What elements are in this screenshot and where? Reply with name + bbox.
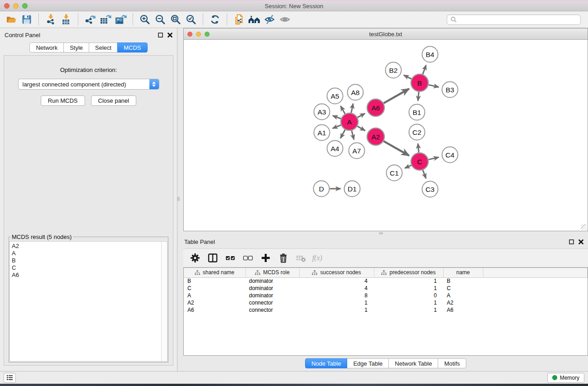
close-panel-icon[interactable]: [167, 33, 172, 38]
cell-shared-name[interactable]: A: [184, 292, 245, 299]
memory-button[interactable]: Memory: [547, 373, 584, 383]
table-row[interactable]: A2connector11A2: [184, 299, 588, 306]
cell-successor-nodes[interactable]: 1: [299, 299, 374, 306]
graph-node-A5[interactable]: A5: [327, 88, 343, 104]
column-header-name[interactable]: name: [443, 268, 483, 277]
graph-edge-A2-C[interactable]: [383, 141, 409, 156]
cell-successor-nodes[interactable]: 1: [299, 306, 374, 314]
export-network-icon[interactable]: [82, 13, 98, 26]
hide-selected-icon[interactable]: [262, 13, 277, 26]
delete-table-icon[interactable]: [294, 251, 308, 265]
graph-edge-C-C3[interactable]: [423, 170, 426, 178]
window-resize-grip[interactable]: [581, 224, 587, 230]
graph-edge-A-A1[interactable]: [333, 125, 341, 128]
graph-edge-A-A3[interactable]: [333, 116, 341, 119]
column-header-mcds-role[interactable]: MCDS role: [245, 268, 299, 277]
graph-node-A8[interactable]: A8: [348, 85, 363, 100]
graph-edge-A-A8[interactable]: [351, 104, 353, 113]
graph-node-C1[interactable]: C1: [387, 165, 402, 181]
cell-predecessor-nodes[interactable]: 1: [374, 277, 443, 285]
graph-node-B2[interactable]: B2: [386, 62, 402, 78]
cell-successor-nodes[interactable]: 4: [299, 285, 374, 292]
network-window-titlebar[interactable]: testGlobe.txt: [184, 29, 588, 40]
cell-shared-name[interactable]: C: [184, 285, 245, 292]
cell-successor-nodes[interactable]: 8: [299, 292, 374, 299]
graph-node-B1[interactable]: B1: [409, 105, 425, 120]
cell-mcds-role[interactable]: dominator: [245, 277, 299, 285]
cell-predecessor-nodes[interactable]: 1: [374, 306, 443, 314]
tab-style[interactable]: Style: [63, 43, 89, 52]
graph-node-A7[interactable]: A7: [349, 143, 365, 159]
open-file-icon[interactable]: [4, 13, 19, 26]
table-settings-icon[interactable]: [188, 251, 202, 265]
graph-node-A2[interactable]: A2: [367, 128, 384, 145]
column-header-successor-nodes[interactable]: successor nodes: [299, 268, 374, 277]
graph-node-A4[interactable]: A4: [327, 141, 343, 157]
tab-network-table[interactable]: Network Table: [388, 358, 438, 368]
graph-node-C3[interactable]: C3: [422, 181, 438, 197]
graph-node-A3[interactable]: A3: [314, 104, 330, 120]
zoom-fit-icon[interactable]: [168, 13, 183, 26]
graph-node-C2[interactable]: C2: [409, 124, 425, 140]
cell-successor-nodes[interactable]: 4: [299, 277, 374, 285]
zoom-out-icon[interactable]: [153, 13, 168, 26]
search-field[interactable]: [447, 14, 581, 25]
cell-name[interactable]: A6: [443, 306, 483, 314]
export-table-icon[interactable]: [98, 13, 113, 26]
cell-shared-name[interactable]: B: [184, 277, 245, 285]
graph-node-C[interactable]: C: [411, 153, 428, 170]
search-input[interactable]: [457, 16, 577, 23]
cell-predecessor-nodes[interactable]: 0: [374, 292, 443, 299]
close-panel-button[interactable]: Close panel: [91, 95, 137, 106]
zoom-in-icon[interactable]: [137, 13, 153, 26]
cell-mcds-role[interactable]: dominator: [245, 285, 299, 292]
graph-edge-C-C1[interactable]: [405, 165, 411, 168]
graph-edge-B-B4[interactable]: [423, 65, 426, 74]
mcds-result-item[interactable]: A: [12, 250, 159, 257]
graph-edge-A-A7[interactable]: [352, 130, 354, 139]
function-builder-icon[interactable]: f(x): [311, 251, 326, 265]
tab-node-table[interactable]: Node Table: [305, 358, 348, 368]
graph-node-B4[interactable]: B4: [422, 47, 438, 62]
export-image-icon[interactable]: [113, 13, 129, 26]
column-header-predecessor-nodes[interactable]: predecessor nodes: [374, 268, 443, 277]
cell-name[interactable]: A2: [443, 299, 483, 306]
graph-edge-B-B3[interactable]: [429, 85, 439, 87]
first-neighbors-icon[interactable]: [247, 13, 262, 26]
graph-node-B[interactable]: B: [411, 74, 428, 91]
node-table[interactable]: shared nameMCDS rolesuccessor nodesprede…: [183, 267, 588, 356]
new-network-from-selection-icon[interactable]: [231, 13, 247, 26]
mcds-result-item[interactable]: A6: [12, 272, 159, 279]
show-panels-menu-button[interactable]: [4, 373, 16, 383]
table-row[interactable]: Bdominator41B: [184, 277, 588, 285]
graph-node-C4[interactable]: C4: [442, 147, 458, 163]
cell-mcds-role[interactable]: connector: [245, 299, 299, 306]
mcds-result-item[interactable]: A2: [12, 243, 159, 250]
cell-shared-name[interactable]: A6: [184, 306, 245, 314]
network-canvas[interactable]: B4B2BB3A8A5A6A3B1AC2A1A2A4A7C4CC1DD1C3: [184, 40, 588, 231]
graph-edge-A-A4[interactable]: [340, 130, 345, 138]
graph-edge-A-A6[interactable]: [358, 114, 365, 118]
import-network-icon[interactable]: [43, 13, 58, 26]
column-header-shared-name[interactable]: shared name: [184, 268, 245, 277]
cell-shared-name[interactable]: A2: [184, 299, 245, 306]
graph-node-D[interactable]: D: [314, 181, 330, 197]
columns-view-icon[interactable]: [206, 251, 220, 265]
graph-node-A1[interactable]: A1: [314, 125, 330, 141]
float-panel-icon[interactable]: [158, 33, 163, 38]
select-all-checkboxes-icon[interactable]: [223, 251, 238, 265]
cell-predecessor-nodes[interactable]: 1: [374, 299, 443, 306]
table-row[interactable]: A6connector11A6: [184, 306, 588, 314]
mcds-result-item[interactable]: C: [12, 264, 159, 272]
delete-column-icon[interactable]: [276, 251, 291, 265]
tab-edge-table[interactable]: Edge Table: [347, 358, 389, 368]
add-column-icon[interactable]: [258, 251, 273, 265]
graph-edge-A-A2[interactable]: [357, 126, 365, 131]
run-mcds-button[interactable]: Run MCDS: [41, 95, 85, 106]
graph-node-A6[interactable]: A6: [367, 99, 384, 116]
close-table-panel-icon[interactable]: [578, 239, 583, 244]
cell-name[interactable]: A: [443, 292, 483, 299]
graph-edge-B-B2[interactable]: [404, 75, 411, 79]
cell-name[interactable]: C: [443, 285, 483, 292]
deselect-all-checkboxes-icon[interactable]: [241, 251, 255, 265]
